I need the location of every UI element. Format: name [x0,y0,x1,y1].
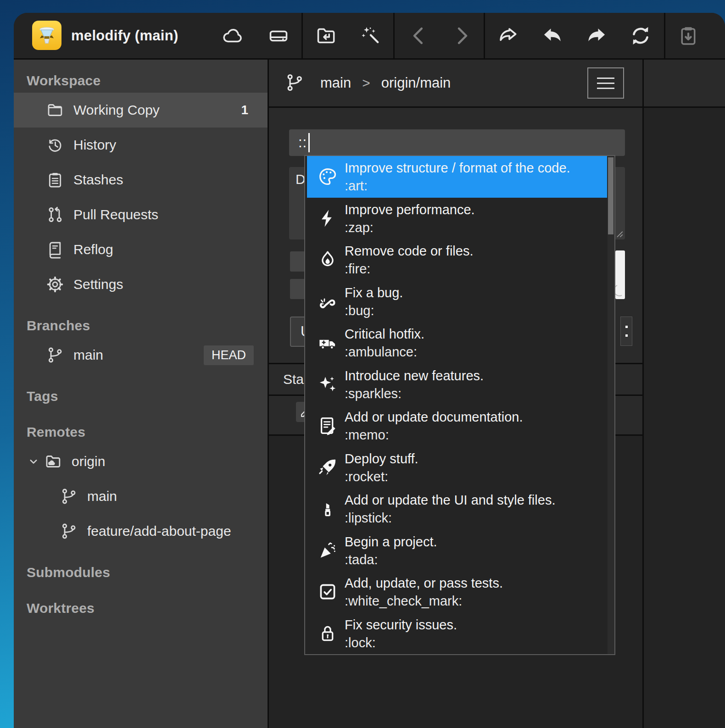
check-square-icon [317,581,338,602]
text-caret [308,133,310,152]
sidebar-item-settings[interactable]: Settings [14,267,268,302]
suggestion-item[interactable]: Improve structure / format of the code. … [307,156,607,198]
count-badge: 1 [241,103,248,117]
sidebar-section-header-workspace[interactable]: Workspace [14,69,268,93]
sidebar-item-main[interactable]: main [14,479,268,514]
undo-icon[interactable] [541,24,564,47]
sidebar-item-label: feature/add-about-page [87,523,231,539]
suggestion-code: :zap: [345,219,475,237]
menu-button[interactable] [587,67,624,99]
staged-section-partial-label: Sta [283,372,304,387]
folder-cloud-icon [44,452,62,471]
suggestion-item[interactable]: Critical hotfix. :ambulance: [307,322,607,364]
toolbar-divider [664,13,665,58]
sidebar-item-label: main [87,489,117,504]
breadcrumb-separator-icon: > [362,75,370,91]
sync-icon[interactable] [629,24,652,47]
chevron-left-icon[interactable] [407,24,430,47]
book-icon [46,240,64,259]
rocket-icon [317,457,338,478]
tada-icon [317,540,338,561]
toolbar-group [666,13,710,58]
branch-header: main > origin/main [269,60,725,106]
ambulance-icon [317,332,338,353]
redo-icon[interactable] [585,24,608,47]
suggestion-item[interactable]: Add or update documentation. :memo: [307,405,607,447]
stash-icon [46,171,64,189]
suggestion-item[interactable]: Begin a project. :tada: [307,530,607,572]
suggestion-title: Improve structure / format of the code. [345,159,570,177]
partially-hidden-element [615,250,625,299]
commit-subject-input[interactable]: :: [289,129,625,156]
share-icon[interactable] [497,24,520,47]
breadcrumb-current-branch[interactable]: main [320,75,351,91]
folder-icon [46,101,64,119]
clipboard-download-icon[interactable] [677,24,700,47]
sidebar: Workspace Working Copy 1 History Stashes… [14,60,268,728]
sparkles-icon [317,374,338,395]
sidebar-section-header-tags[interactable]: Tags [14,384,268,408]
toolbar-divider [484,13,485,58]
suggestion-code: :lock: [345,634,457,652]
suggestion-code: :memo: [345,426,523,444]
toolbar-divider [393,13,395,58]
suggestion-title: Fix a bug. [345,284,403,302]
fire-icon [317,249,338,270]
sidebar-section-header-branches[interactable]: Branches [14,314,268,338]
sidebar-item-origin[interactable]: origin [14,444,268,479]
toolbar-group [304,13,391,58]
suggestion-item[interactable]: Introduce new features. :sparkles: [307,364,607,406]
magic-wand-icon[interactable] [358,24,381,47]
sidebar-item-reflog[interactable]: Reflog [14,232,268,267]
chevron-right-icon[interactable] [450,24,473,47]
suggestion-item[interactable]: Add, update, or pass tests. :white_check… [307,571,607,613]
sidebar-item-main[interactable]: main HEAD [14,338,268,372]
suggestion-item[interactable]: Add or update the UI and style files. :l… [307,488,607,530]
sidebar-item-feature-add-about-page[interactable]: feature/add-about-page [14,514,268,549]
branch-icon [284,72,305,93]
sidebar-item-working-copy[interactable]: Working Copy 1 [14,93,268,128]
suggestion-code: :ambulance: [345,343,424,361]
suggestion-item[interactable]: Improve performance. :zap: [307,198,607,239]
suggestion-code: :white_check_mark: [345,592,503,610]
suggestion-title: Add or update documentation. [345,408,523,426]
commit-subject-value: :: [298,134,307,151]
sidebar-item-label: Working Copy [73,102,160,118]
suggestion-title: Introduce new features. [345,367,484,385]
breadcrumb-upstream-branch[interactable]: origin/main [381,75,451,91]
suggestion-item[interactable]: Fix security issues. :lock: [307,613,607,655]
palette-icon [317,166,338,187]
suggestion-item[interactable]: Remove code or files. :fire: [307,239,607,281]
sidebar-item-label: Stashes [73,172,123,188]
dropdown-scrollbar-thumb[interactable] [608,157,613,234]
sidebar-item-history[interactable]: History [14,128,268,162]
sidebar-item-stashes[interactable]: Stashes [14,162,268,197]
suggestion-item[interactable]: Deploy stuff. :rocket: [307,447,607,489]
cloud-icon[interactable] [221,24,244,47]
folder-return-icon[interactable] [315,24,338,47]
sidebar-item-label: origin [72,454,105,469]
sidebar-item-label: Reflog [73,242,113,257]
suggestion-title: Deploy stuff. [345,450,418,468]
chevron-down-icon[interactable] [27,455,40,468]
branch-icon [46,346,64,364]
suggestion-code: :tada: [345,551,437,569]
suggestion-item[interactable]: Fix a bug. :bug: [307,281,607,322]
memo-icon [317,415,338,436]
zap-icon [317,208,338,229]
toolbar-group [397,13,483,58]
sidebar-section-header-remotes[interactable]: Remotes [14,420,268,444]
sidebar-section-header-worktrees[interactable]: Worktrees [14,596,268,620]
dropdown-scrollbar-track[interactable] [608,156,614,654]
hamburger-icon [597,78,614,79]
sidebar-item-pull-requests[interactable]: Pull Requests [14,197,268,232]
main-pane: main > origin/main :: D [269,60,725,728]
colon-menu-button[interactable] [620,317,632,346]
sidebar-section-header-submodules[interactable]: Submodules [14,561,268,584]
toolbar-divider [301,13,303,58]
detail-pane [644,108,725,728]
drive-icon[interactable] [267,24,290,47]
suggestion-code: :fire: [345,260,473,278]
pull-request-icon [46,206,64,224]
window-title: melodify (main) [71,13,178,58]
